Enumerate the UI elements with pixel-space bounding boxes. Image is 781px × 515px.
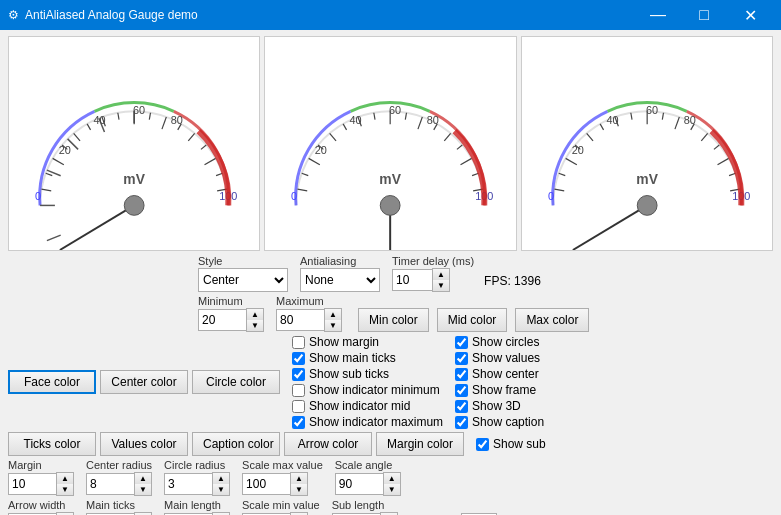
center-radius-down[interactable]: ▼ (135, 484, 151, 495)
margin-down[interactable]: ▼ (57, 484, 73, 495)
scale-max-up[interactable]: ▲ (291, 473, 307, 484)
scale-angle-input[interactable]: 90 (335, 473, 383, 495)
show-frame-item: Show frame (455, 383, 544, 397)
show-caption-item: Show caption (455, 415, 544, 429)
style-select[interactable]: Center Left Right (198, 268, 288, 292)
caption-color-button[interactable]: Caption color (192, 432, 280, 456)
minimum-spinner: 20 ▲ ▼ (198, 308, 264, 332)
row-colors1: Face color Center color Circle color Sho… (8, 335, 773, 429)
timer-delay-down[interactable]: ▼ (433, 280, 449, 291)
show-indicator-mid-check[interactable] (292, 400, 305, 413)
svg-text:20: 20 (315, 144, 327, 156)
show-3d-check[interactable] (455, 400, 468, 413)
svg-text:mV: mV (636, 171, 658, 187)
minimum-group: Minimum 20 ▲ ▼ (198, 295, 264, 332)
show-values-check[interactable] (455, 352, 468, 365)
circle-radius-input[interactable]: 3 (164, 473, 212, 495)
maximum-down[interactable]: ▼ (325, 320, 341, 331)
values-color-button[interactable]: Values color (100, 432, 188, 456)
min-color-button[interactable]: Min color (358, 308, 429, 332)
circle-radius-down[interactable]: ▼ (213, 484, 229, 495)
scale-max-down[interactable]: ▼ (291, 484, 307, 495)
svg-text:60: 60 (646, 104, 658, 116)
show-indicator-max-check[interactable] (292, 416, 305, 429)
svg-text:40: 40 (606, 114, 618, 126)
face-color-button[interactable]: Face color (8, 370, 96, 394)
antialiasing-select[interactable]: None 2x 4x (300, 268, 380, 292)
maximum-up[interactable]: ▲ (325, 309, 341, 320)
checkboxes-col2: Show circles Show values Show center Sho… (455, 335, 544, 429)
svg-text:0: 0 (291, 190, 297, 202)
show-center-label: Show center (472, 367, 539, 381)
margin-up[interactable]: ▲ (57, 473, 73, 484)
circle-radius-label: Circle radius (164, 459, 230, 471)
timer-delay-up[interactable]: ▲ (433, 269, 449, 280)
circle-radius-group: Circle radius 3 ▲ ▼ (164, 459, 230, 496)
center-radius-input[interactable]: 8 (86, 473, 134, 495)
scale-max-input[interactable]: 100 (242, 473, 290, 495)
timer-delay-input[interactable]: 10 (392, 269, 432, 291)
title-bar-left: ⚙ AntiAliased Analog Gauge demo (8, 8, 198, 22)
svg-text:20: 20 (571, 144, 583, 156)
fps-display: FPS: 1396 (484, 274, 541, 288)
svg-point-34 (124, 196, 144, 216)
minimum-up[interactable]: ▲ (247, 309, 263, 320)
center-color-button[interactable]: Center color (100, 370, 188, 394)
show-sub-ticks-check[interactable] (292, 368, 305, 381)
ticks-color-button[interactable]: Ticks color (8, 432, 96, 456)
close-window-button[interactable]: ✕ (727, 0, 773, 30)
show-center-check[interactable] (455, 368, 468, 381)
checkboxes-col1: Show margin Show main ticks Show sub tic… (292, 335, 443, 429)
gauge-2-svg: 0 20 40 60 80 100 mV (265, 37, 515, 250)
show-main-ticks-check[interactable] (292, 352, 305, 365)
arrow-width-group: Arrow width 1 ▲ ▼ (8, 499, 74, 515)
minimum-down[interactable]: ▼ (247, 320, 263, 331)
svg-text:40: 40 (93, 114, 105, 126)
gauges-row: 0 20 40 60 80 100 mV (8, 36, 773, 251)
show-margin-check[interactable] (292, 336, 305, 349)
show-sub-check[interactable] (476, 438, 489, 451)
show-caption-label: Show caption (472, 415, 544, 429)
gauge-2: 0 20 40 60 80 100 mV (264, 36, 516, 251)
scale-angle-down[interactable]: ▼ (384, 484, 400, 495)
maximum-spinner: 80 ▲ ▼ (276, 308, 342, 332)
style-label: Style (198, 255, 288, 267)
scale-angle-group: Scale angle 90 ▲ ▼ (335, 459, 401, 496)
row-colors2: Ticks color Values color Caption color A… (8, 432, 773, 456)
scale-max-label: Scale max value (242, 459, 323, 471)
gauge-1: 0 20 40 60 80 100 mV (8, 36, 260, 251)
margin-color-button[interactable]: Margin color (376, 432, 464, 456)
center-radius-up[interactable]: ▲ (135, 473, 151, 484)
minimum-input[interactable]: 20 (198, 309, 246, 331)
show-indicator-max-item: Show indicator maximum (292, 415, 443, 429)
svg-text:80: 80 (171, 114, 183, 126)
scale-angle-up[interactable]: ▲ (384, 473, 400, 484)
svg-text:40: 40 (350, 114, 362, 126)
timer-delay-spinner-btns: ▲ ▼ (432, 268, 450, 292)
svg-text:80: 80 (427, 114, 439, 126)
margin-input[interactable]: 10 (8, 473, 56, 495)
svg-point-88 (637, 196, 657, 216)
title-bar-controls: — □ ✕ (635, 0, 773, 30)
maximize-button[interactable]: □ (681, 0, 727, 30)
show-3d-item: Show 3D (455, 399, 544, 413)
gauge-3: 0 20 40 60 80 100 mV (521, 36, 773, 251)
circle-color-button[interactable]: Circle color (192, 370, 280, 394)
main-length-label: Main length (164, 499, 230, 511)
circle-radius-up[interactable]: ▲ (213, 473, 229, 484)
main-ticks-group: Main ticks 5 ▲ ▼ (86, 499, 152, 515)
app-title: AntiAliased Analog Gauge demo (25, 8, 198, 22)
mid-color-button[interactable]: Mid color (437, 308, 508, 332)
minimize-button[interactable]: — (635, 0, 681, 30)
show-circles-check[interactable] (455, 336, 468, 349)
svg-rect-0 (10, 37, 258, 250)
timer-delay-spinner: 10 ▲ ▼ (392, 268, 474, 292)
max-color-button[interactable]: Max color (515, 308, 589, 332)
svg-point-61 (381, 196, 401, 216)
show-indicator-min-check[interactable] (292, 384, 305, 397)
show-caption-check[interactable] (455, 416, 468, 429)
show-frame-check[interactable] (455, 384, 468, 397)
arrow-color-button[interactable]: Arrow color (284, 432, 372, 456)
maximum-input[interactable]: 80 (276, 309, 324, 331)
show-indicator-min-item: Show indicator minimum (292, 383, 443, 397)
